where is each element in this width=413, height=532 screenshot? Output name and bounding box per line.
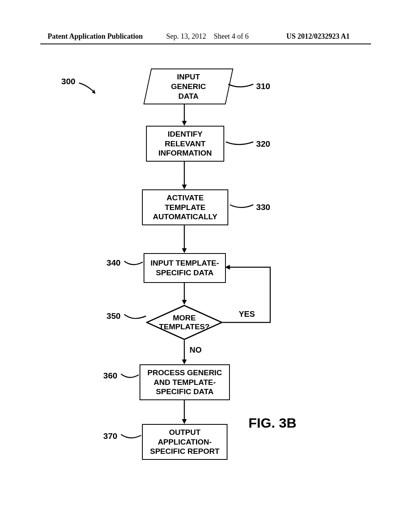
- arrow-330-to-340: [181, 225, 188, 253]
- publication-label: Patent Application Publication: [48, 32, 143, 41]
- step-360-label: PROCESS GENERIC AND TEMPLATE- SPECIFIC D…: [148, 368, 222, 397]
- no-label: NO: [190, 345, 202, 355]
- ref-330: 330: [256, 202, 270, 212]
- publication-number: US 2012/0232923 A1: [286, 32, 350, 41]
- sheet-number: Sheet 4 of 6: [214, 32, 248, 41]
- flowchart-canvas: 300 INPUT GENERIC DATA 310 IDENTIFY RELE…: [0, 64, 413, 508]
- leader-360: [119, 370, 140, 380]
- leader-370: [119, 430, 143, 441]
- leader-300: [77, 81, 100, 97]
- ref-310: 310: [256, 81, 270, 91]
- svg-marker-12: [182, 360, 187, 364]
- ref-320: 320: [256, 139, 270, 149]
- publication-date: Sep. 13, 2012: [166, 32, 206, 41]
- svg-marker-6: [182, 248, 187, 253]
- figure-label: FIG. 3B: [248, 415, 296, 431]
- step-370-output-report: OUTPUT APPLICATION- SPECIFIC REPORT: [142, 424, 227, 460]
- leader-320: [224, 136, 255, 148]
- arrow-yes-loop: [222, 264, 274, 324]
- svg-marker-2: [182, 121, 187, 126]
- arrow-360-to-370: [181, 400, 188, 424]
- step-350-more-templates: MORE TEMPLATES?: [146, 305, 223, 340]
- step-330-activate-template: ACTIVATE TEMPLATE AUTOMATICALLY: [142, 189, 228, 225]
- step-340-label: INPUT TEMPLATE- SPECIFIC DATA: [150, 258, 219, 278]
- arrow-310-to-320: [181, 104, 188, 126]
- step-320-label: IDENTIFY RELEVANT INFORMATION: [159, 129, 212, 158]
- arrow-no-down: [181, 340, 188, 364]
- svg-marker-14: [182, 419, 187, 424]
- leader-350: [123, 310, 148, 322]
- ref-340: 340: [106, 258, 121, 268]
- arrow-340-to-350: [181, 283, 188, 305]
- step-310-label: INPUT GENERIC DATA: [171, 72, 206, 101]
- step-360-process-data: PROCESS GENERIC AND TEMPLATE- SPECIFIC D…: [140, 364, 230, 400]
- leader-340: [123, 257, 144, 268]
- svg-marker-8: [182, 300, 187, 305]
- step-350-label: MORE TEMPLATES?: [146, 305, 223, 340]
- ref-350: 350: [106, 311, 121, 321]
- arrow-320-to-330: [181, 161, 188, 189]
- svg-marker-10: [225, 265, 230, 270]
- leader-330: [228, 200, 255, 211]
- step-330-label: ACTIVATE TEMPLATE AUTOMATICALLY: [153, 193, 217, 222]
- ref-300: 300: [61, 77, 75, 86]
- ref-370: 370: [103, 431, 117, 441]
- step-310-input-generic-data: INPUT GENERIC DATA: [144, 69, 234, 104]
- ref-360: 360: [103, 371, 117, 380]
- leader-310: [227, 79, 255, 91]
- step-340-input-template-data: INPUT TEMPLATE- SPECIFIC DATA: [144, 253, 226, 283]
- svg-marker-4: [182, 185, 187, 189]
- step-320-identify-relevant-info: IDENTIFY RELEVANT INFORMATION: [146, 126, 224, 162]
- header-rule: [40, 44, 371, 44]
- step-370-label: OUTPUT APPLICATION- SPECIFIC REPORT: [150, 428, 219, 456]
